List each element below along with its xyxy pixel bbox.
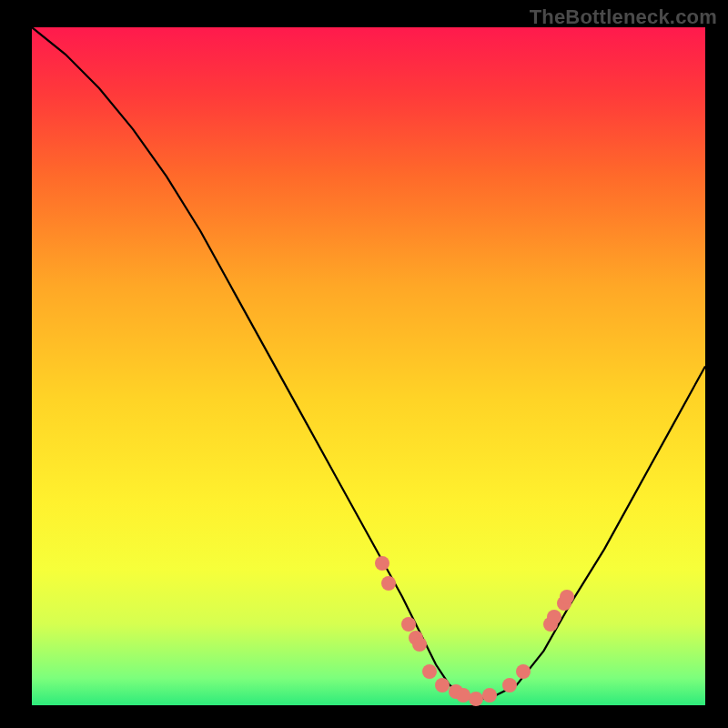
scatter-point <box>381 576 396 591</box>
scatter-point <box>560 590 574 604</box>
scatter-point <box>456 688 470 703</box>
scatter-point <box>502 678 517 693</box>
scatter-point <box>469 692 483 706</box>
scatter-point <box>516 664 531 679</box>
scatter-point <box>375 556 389 571</box>
scatter-point <box>412 637 427 652</box>
plot-area <box>32 27 705 705</box>
scatter-point <box>422 664 437 679</box>
scatter-point <box>547 610 561 624</box>
attribution-text: TheBottleneck.com <box>530 5 717 29</box>
scatter-point <box>482 688 497 703</box>
chart-frame: TheBottleneck.com <box>0 0 728 728</box>
scatter-point <box>401 617 416 632</box>
bottleneck-curve <box>32 27 705 705</box>
scatter-point <box>435 678 450 693</box>
